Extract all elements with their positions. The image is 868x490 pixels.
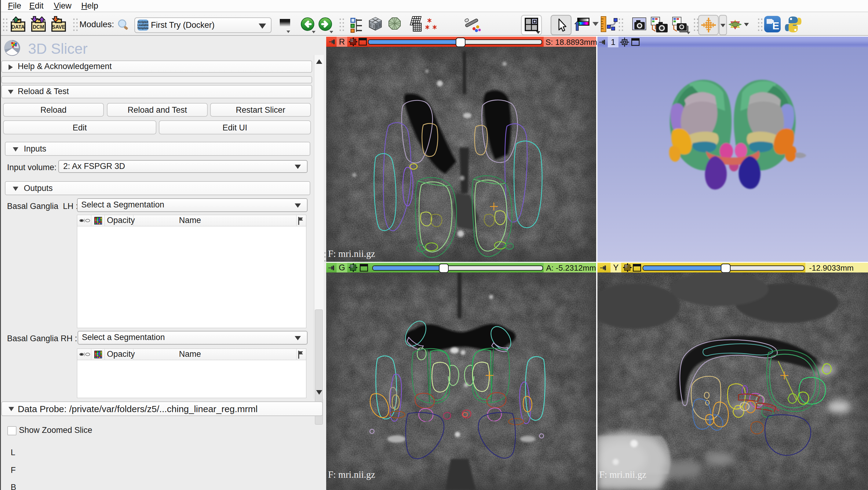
svg-text:F: mri.nii.gz: F: mri.nii.gz — [328, 248, 375, 259]
svg-text:F: mri.nii.gz: F: mri.nii.gz — [599, 469, 646, 480]
svg-text:Loadable: Loadable — [137, 24, 149, 27]
svg-text:Scripted: Scripted — [138, 21, 148, 24]
svg-text:E: E — [772, 20, 779, 31]
svg-text:F: mri.nii.gz: F: mri.nii.gz — [328, 469, 375, 480]
svg-text:Template: Template — [137, 27, 149, 30]
svg-text:DCM: DCM — [33, 24, 44, 30]
svg-text:SAVE: SAVE — [52, 24, 65, 30]
svg-text:DATA: DATA — [11, 24, 25, 30]
svg-text:Modules:: Modules: — [80, 20, 114, 29]
